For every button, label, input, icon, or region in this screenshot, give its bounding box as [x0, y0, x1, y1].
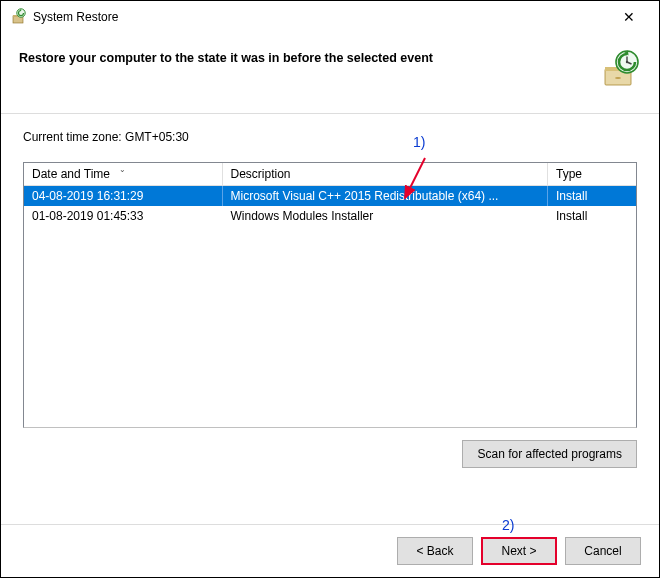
footer-buttons: < Back Next > Cancel — [1, 524, 659, 577]
next-button[interactable]: Next > — [481, 537, 557, 565]
header-text: Restore your computer to the state it wa… — [19, 51, 433, 65]
titlebar-left: System Restore — [11, 8, 118, 27]
sort-indicator-icon: ⌄ — [119, 165, 126, 174]
restore-icon — [11, 8, 27, 27]
cell-description: Microsoft Visual C++ 2015 Redistributabl… — [222, 186, 548, 207]
svg-point-9 — [626, 61, 628, 63]
scan-affected-button[interactable]: Scan for affected programs — [462, 440, 637, 468]
close-icon: ✕ — [623, 9, 635, 25]
back-button[interactable]: < Back — [397, 537, 473, 565]
restore-points-table[interactable]: Date and Time ⌄ Description Type 04-08-2… — [23, 162, 637, 428]
cancel-button[interactable]: Cancel — [565, 537, 641, 565]
header-section: Restore your computer to the state it wa… — [1, 33, 659, 114]
close-button[interactable]: ✕ — [609, 9, 649, 25]
cell-type: Install — [548, 206, 636, 226]
content-area: Current time zone: GMT+05:30 Date and Ti… — [1, 114, 659, 478]
col-header-description[interactable]: Description — [222, 163, 548, 186]
timezone-label: Current time zone: GMT+05:30 — [23, 130, 637, 144]
col-header-date[interactable]: Date and Time ⌄ — [24, 163, 222, 186]
table-row[interactable]: 01-08-2019 01:45:33 Windows Modules Inst… — [24, 206, 636, 226]
table-header-row: Date and Time ⌄ Description Type — [24, 163, 636, 186]
window-title: System Restore — [33, 10, 118, 24]
cell-date: 01-08-2019 01:45:33 — [24, 206, 222, 226]
svg-point-5 — [615, 77, 621, 79]
cell-description: Windows Modules Installer — [222, 206, 548, 226]
col-header-date-label: Date and Time — [32, 167, 110, 181]
titlebar: System Restore ✕ — [1, 1, 659, 33]
cell-type: Install — [548, 186, 636, 207]
scan-row: Scan for affected programs — [23, 440, 637, 468]
cell-date: 04-08-2019 16:31:29 — [24, 186, 222, 207]
col-header-type[interactable]: Type — [548, 163, 636, 186]
header-restore-icon — [599, 47, 641, 89]
table-row[interactable]: 04-08-2019 16:31:29 Microsoft Visual C++… — [24, 186, 636, 207]
